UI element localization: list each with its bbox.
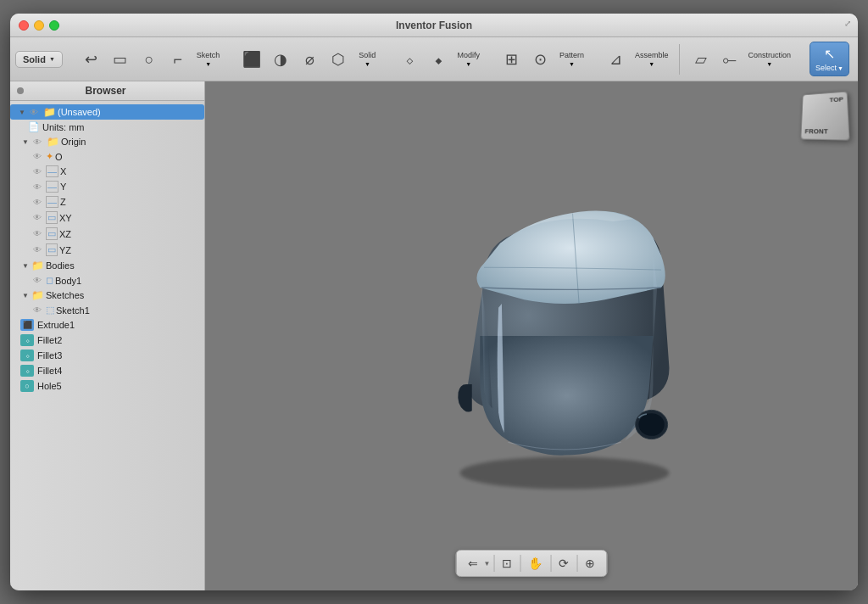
viewcube-top-label: TOP: [829, 96, 843, 104]
cursor-icon: ↖: [824, 46, 835, 62]
plane-xz-icon: ▭: [46, 227, 58, 240]
arrow-unsaved: ▼: [17, 109, 27, 116]
solid-dropdown[interactable]: Solid ▼: [15, 51, 63, 68]
construction-dropdown[interactable]: Construction ▼: [745, 49, 795, 69]
pattern-rect-btn[interactable]: ⊞: [498, 50, 526, 69]
line-btn[interactable]: ⌐: [164, 50, 192, 69]
chamfer-btn[interactable]: ⬥: [425, 50, 452, 69]
fillet3-op-icon: ⬦: [20, 350, 34, 361]
svg-point-0: [459, 457, 669, 489]
assemble-label: Assemble: [635, 51, 669, 59]
op-fillet4[interactable]: ⬦ Fillet4: [10, 363, 204, 378]
revolve-btn[interactable]: ◑: [267, 50, 294, 69]
fit-btn[interactable]: ⊡: [498, 554, 516, 573]
construction-section: ▱ ⟜ Construction ▼: [684, 37, 798, 81]
axis-icon: ⟜: [722, 52, 737, 67]
titlebar: Inventor Fusion ⤢: [10, 14, 858, 37]
pattern-circ-icon: ⊙: [534, 52, 547, 67]
folder-icon-origin: 📁: [46, 136, 59, 148]
extrude-btn[interactable]: ⬛: [238, 50, 265, 69]
label-yz: YZ: [59, 245, 71, 255]
line-icon: ⌐: [174, 52, 183, 67]
modify-dropdown[interactable]: Modify ▼: [453, 49, 483, 69]
plane-yz-icon: ▭: [46, 243, 58, 256]
tree-item-sketch1[interactable]: 👁 ⬚ Sketch1: [10, 303, 204, 317]
label-xz: XZ: [59, 229, 71, 239]
label-x: X: [60, 166, 66, 176]
eye-icon-o: 👁: [31, 152, 44, 161]
pattern-circ-btn[interactable]: ⊙: [527, 50, 554, 69]
axis-y-icon: —: [46, 181, 58, 193]
browser-tree[interactable]: ▼ 👁 📁 (Unsaved) 📄 Units: mm ▼ 👁 📁: [10, 101, 204, 590]
label-fillet3: Fillet3: [37, 350, 62, 361]
close-button[interactable]: [19, 20, 29, 31]
zoom-btn[interactable]: ⊕: [581, 554, 599, 573]
label-sketch1: Sketch1: [56, 305, 90, 316]
pattern-arrow: ▼: [569, 61, 575, 67]
joint-btn[interactable]: ⊿: [603, 50, 630, 69]
tree-item-origin[interactable]: ▼ 👁 📁 Origin: [10, 134, 204, 149]
assemble-arrow: ▼: [648, 61, 654, 67]
sweep-btn[interactable]: ⌀: [296, 50, 323, 69]
op-fillet3[interactable]: ⬦ Fillet3: [10, 348, 204, 363]
modify-label: Modify: [457, 51, 480, 59]
op-hole5[interactable]: ○ Hole5: [10, 378, 204, 394]
label-hole5: Hole5: [37, 381, 62, 391]
plane-btn[interactable]: ▱: [687, 50, 715, 69]
bottom-sep2: [520, 555, 520, 572]
tree-item-yz[interactable]: 👁 ▭ YZ: [10, 242, 204, 258]
bottom-toolbar: ⇐ ▼ ⊡ ✋ ⟳ ⊕: [456, 550, 608, 577]
nav-back-btn[interactable]: ⇐: [464, 554, 482, 573]
tree-item-units[interactable]: 📄 Units: mm: [10, 120, 204, 134]
tree-item-sketches[interactable]: ▼ 📁 Sketches: [10, 288, 204, 303]
nav-dropdown-icon[interactable]: ▼: [484, 560, 491, 568]
minimize-button[interactable]: [34, 20, 44, 31]
tree-item-xy[interactable]: 👁 ▭ XY: [10, 210, 204, 226]
browser-header: Browser: [10, 81, 204, 101]
sketch-dropdown-btn[interactable]: Sketch ▼: [193, 49, 224, 69]
axis-x-icon: —: [46, 165, 58, 177]
pattern-dropdown[interactable]: Pattern ▼: [556, 49, 587, 69]
browser-dot: [17, 87, 24, 94]
solid-label: Solid: [23, 54, 46, 64]
axis-btn[interactable]: ⟜: [716, 50, 743, 69]
assemble-dropdown[interactable]: Assemble ▼: [632, 49, 672, 69]
viewcube-box[interactable]: TOP FRONT: [800, 92, 849, 141]
viewcube[interactable]: TOP FRONT: [800, 92, 848, 139]
tree-item-o[interactable]: 👁 ✦ O: [10, 149, 204, 164]
chamfer-icon: ⬥: [434, 52, 443, 67]
select-section: ↖ Select ▼: [806, 37, 853, 81]
select-btn[interactable]: ↖ Select ▼: [810, 42, 849, 76]
op-extrude1[interactable]: ⬛ Extrude1: [10, 317, 204, 333]
extrude-icon: ⬛: [242, 52, 261, 67]
eye-icon-origin: 👁: [31, 137, 44, 147]
svg-point-2: [638, 413, 664, 436]
tree-item-unsaved[interactable]: ▼ 👁 📁 (Unsaved): [10, 104, 204, 120]
orbit-btn[interactable]: ⟳: [554, 554, 573, 573]
select-label: Select ▼: [815, 64, 843, 72]
origin-point-icon: ✦: [46, 151, 53, 162]
tree-item-xz[interactable]: 👁 ▭ XZ: [10, 226, 204, 242]
tree-item-body1[interactable]: 👁 ◻ Body1: [10, 273, 204, 288]
pan-btn[interactable]: ✋: [524, 554, 547, 573]
rectangle-btn[interactable]: ▭: [107, 50, 134, 69]
tree-item-bodies[interactable]: ▼ 📁 Bodies: [10, 258, 204, 273]
op-fillet2[interactable]: ⬦ Fillet2: [10, 333, 204, 348]
loft-btn[interactable]: ⬡: [325, 50, 352, 69]
eye-icon-sketch1: 👁: [31, 305, 44, 315]
orbit-icon: ⟳: [559, 556, 569, 570]
pattern-rect-icon: ⊞: [505, 52, 518, 67]
maximize-button[interactable]: [49, 20, 59, 31]
fit-icon: ⊡: [502, 556, 512, 570]
label-units: Units: mm: [42, 122, 85, 132]
solid-group-dropdown[interactable]: Solid ▼: [353, 49, 381, 69]
fillet-btn[interactable]: ⬦: [396, 50, 423, 69]
circle-btn[interactable]: ○: [136, 50, 163, 69]
tree-item-y[interactable]: 👁 — Y: [10, 179, 204, 194]
viewport[interactable]: TOP FRONT: [205, 81, 858, 590]
arrow-origin: ▼: [20, 138, 31, 146]
construction-arrow: ▼: [766, 61, 772, 67]
tree-item-x[interactable]: 👁 — X: [10, 164, 204, 179]
undo-btn[interactable]: ↩: [78, 50, 105, 69]
tree-item-z[interactable]: 👁 — Z: [10, 194, 204, 210]
